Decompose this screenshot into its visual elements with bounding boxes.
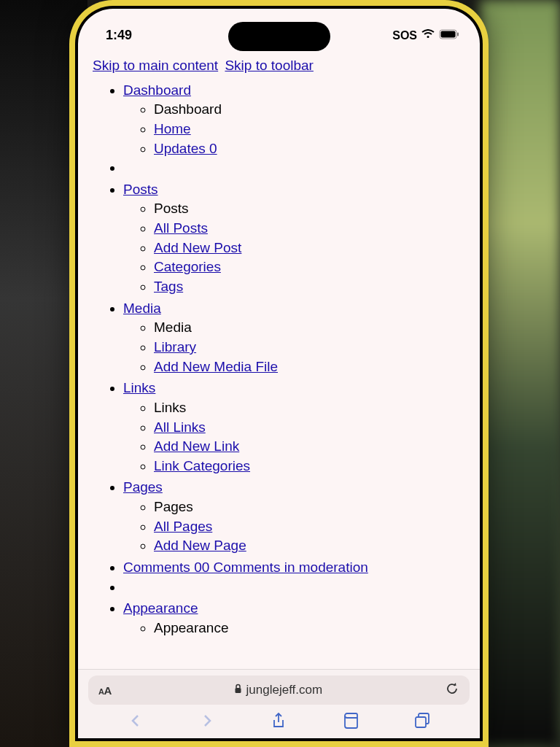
- reload-button[interactable]: [445, 681, 459, 699]
- posts-link[interactable]: Posts: [123, 182, 158, 197]
- phone-frame: 1:49 SOS: [69, 0, 489, 747]
- forward-button[interactable]: [198, 712, 216, 732]
- submenu-item: Add New Post: [154, 239, 465, 258]
- page-content[interactable]: Skip to main content Skip to toolbar Das…: [78, 49, 480, 698]
- background-right: [480, 0, 560, 747]
- add-post-link[interactable]: Add New Post: [154, 240, 241, 255]
- phone-bezel: 1:49 SOS: [75, 6, 483, 741]
- links-current: Links: [154, 400, 186, 415]
- submenu-item: Media: [154, 318, 465, 337]
- menu-section-links: Links Links All Links Add New Link Link …: [123, 379, 465, 475]
- menu-section-separator: [123, 578, 465, 597]
- submenu-item: All Pages: [154, 517, 465, 536]
- pages-current: Pages: [154, 499, 193, 514]
- admin-menu: Dashboard Dashboard Home Updates 0 Posts: [93, 81, 465, 638]
- status-indicators: SOS: [392, 29, 459, 42]
- skip-to-toolbar-link[interactable]: Skip to toolbar: [225, 58, 313, 73]
- menu-section-posts: Posts Posts All Posts Add New Post Categ…: [123, 180, 465, 296]
- tabs-button[interactable]: [413, 712, 431, 732]
- url-bar[interactable]: AA junglejeff.com: [88, 676, 470, 705]
- add-page-link[interactable]: Add New Page: [154, 538, 246, 553]
- link-categories-link[interactable]: Link Categories: [154, 458, 250, 473]
- media-link[interactable]: Media: [123, 301, 161, 316]
- sos-indicator: SOS: [392, 29, 417, 42]
- dashboard-link[interactable]: Dashboard: [123, 82, 191, 98]
- submenu-item: Pages: [154, 498, 465, 516]
- posts-current: Posts: [154, 201, 189, 216]
- submenu-item: All Links: [154, 418, 465, 437]
- comments-link[interactable]: Comments 00 Comments in moderation: [123, 560, 368, 575]
- dynamic-island: [228, 22, 330, 51]
- categories-link[interactable]: Categories: [154, 259, 221, 274]
- appearance-current: Appearance: [154, 620, 228, 635]
- submenu-item: Tags: [154, 277, 465, 296]
- add-link-link[interactable]: Add New Link: [154, 438, 239, 454]
- safari-bottom-icons: [78, 705, 480, 732]
- menu-section-dashboard: Dashboard Dashboard Home Updates 0: [123, 81, 465, 158]
- all-pages-link[interactable]: All Pages: [154, 519, 212, 534]
- submenu-item: All Posts: [154, 219, 465, 238]
- dashboard-current: Dashboard: [154, 101, 222, 117]
- submenu-item: Dashboard: [154, 100, 465, 119]
- menu-section-appearance: Appearance Appearance: [123, 599, 465, 637]
- svg-rect-2: [457, 32, 459, 36]
- submenu-item: Add New Page: [154, 536, 465, 555]
- menu-section-media: Media Media Library Add New Media File: [123, 299, 465, 376]
- safari-toolbar: AA junglejeff.com: [78, 669, 480, 738]
- wifi-icon: [421, 29, 435, 42]
- battery-icon: [439, 29, 459, 42]
- url-display[interactable]: junglejeff.com: [234, 683, 323, 697]
- menu-section-pages: Pages Pages All Pages Add New Page: [123, 478, 465, 555]
- lock-icon: [234, 683, 242, 697]
- submenu-item: Appearance: [154, 619, 465, 638]
- home-link[interactable]: Home: [154, 121, 191, 136]
- appearance-link[interactable]: Appearance: [123, 600, 198, 616]
- skip-links: Skip to main content Skip to toolbar: [93, 56, 465, 75]
- all-links-link[interactable]: All Links: [154, 419, 206, 435]
- svg-rect-3: [235, 688, 241, 693]
- skip-to-main-link[interactable]: Skip to main content: [93, 58, 218, 73]
- svg-rect-4: [416, 717, 426, 727]
- submenu-item: Updates 0: [154, 139, 465, 158]
- phone-screen: 1:49 SOS: [78, 9, 480, 738]
- menu-section-comments: Comments 00 Comments in moderation: [123, 558, 465, 577]
- svg-rect-1: [441, 31, 456, 37]
- all-posts-link[interactable]: All Posts: [154, 220, 208, 236]
- submenu-item: Posts: [154, 199, 465, 218]
- status-time: 1:49: [106, 28, 179, 43]
- pages-link[interactable]: Pages: [123, 479, 163, 495]
- submenu-item: Add New Media File: [154, 357, 465, 376]
- back-button[interactable]: [127, 712, 144, 732]
- add-media-link[interactable]: Add New Media File: [154, 359, 278, 374]
- submenu-item: Categories: [154, 258, 465, 276]
- submenu-item: Link Categories: [154, 457, 465, 476]
- library-link[interactable]: Library: [154, 339, 196, 355]
- domain-text: junglejeff.com: [246, 683, 323, 697]
- share-button[interactable]: [270, 712, 287, 732]
- text-size-button[interactable]: AA: [98, 684, 112, 697]
- tags-link[interactable]: Tags: [154, 279, 183, 294]
- media-current: Media: [154, 320, 192, 335]
- submenu-item: Links: [154, 398, 465, 417]
- menu-section-separator: [123, 158, 465, 177]
- submenu-item: Library: [154, 338, 465, 357]
- submenu-item: Home: [154, 120, 465, 139]
- links-link[interactable]: Links: [123, 380, 155, 395]
- bookmarks-button[interactable]: [342, 712, 359, 732]
- submenu-item: Add New Link: [154, 437, 465, 456]
- updates-link[interactable]: Updates 0: [154, 141, 217, 156]
